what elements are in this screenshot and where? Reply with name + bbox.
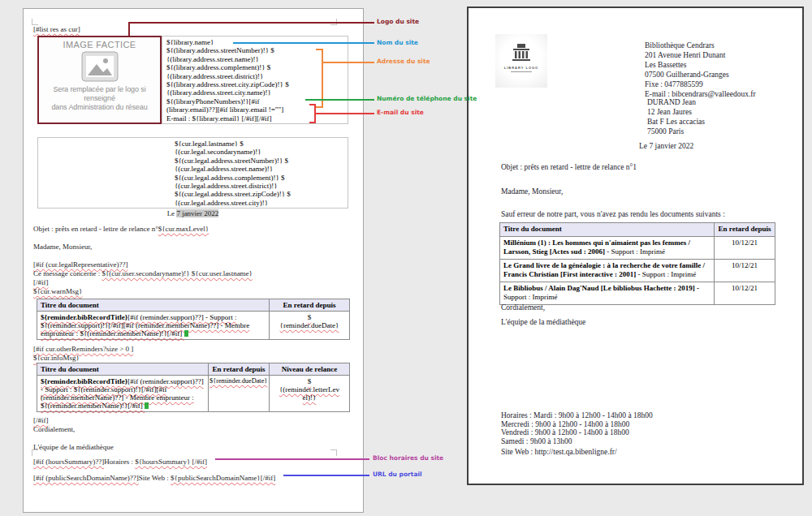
library-address-line: ${(library.address.street.city.zipCode)!…	[166, 80, 348, 88]
closing: Cordialement,	[33, 425, 75, 433]
record-title: Le Bibliobus / Alain Dag'Naud [Le biblio…	[503, 284, 699, 292]
email-annotation-bracket	[309, 104, 316, 105]
record-support: - Support : Imprimé	[605, 247, 665, 256]
image-placeholder-icon	[81, 51, 119, 82]
table-row: Le Bibliobus / Alain Dag'Naud [Le biblio…	[500, 282, 775, 304]
recipient-variables-block: ${cur.legal.lastname} $ {(cur.legal.seco…	[37, 137, 348, 209]
reminders-table: Titre du document En retard depuis Millé…	[499, 222, 775, 305]
url-annotation-label: URL du portail	[373, 471, 422, 478]
email-annotation-label: E-mail du site	[377, 109, 424, 116]
end-if: [/#if]	[33, 416, 49, 424]
info-message-variable: ${cur.infoMsg}	[33, 354, 80, 362]
address-annotation-bracket	[316, 49, 323, 50]
library-email-line: E-mail : ${library.email} [/#if][/#if]	[166, 114, 348, 123]
legal-line: ${(cur.legal.address.streetNumber)!} $	[175, 157, 348, 165]
table-row: Le Grand livre de la généalogie : à la r…	[500, 259, 775, 282]
text-cursor-mark	[145, 402, 149, 409]
site-web-template-line: [#if (publicSearchDomainName)??]Site Web…	[33, 474, 275, 482]
placeholder-title: IMAGE FACTICE	[39, 40, 160, 49]
recipient-address-line: Bat F Les accacias	[647, 117, 705, 127]
logo-divider	[511, 71, 532, 72]
hours-line: Mercredi : 9h00 à 12h00 - 14h00 à 18h00	[501, 420, 653, 429]
margin-mark	[330, 449, 337, 456]
team-signature: L'équipe de la médiathèque	[501, 318, 585, 326]
hours-block: Horaires : Mardi : 9h00 à 12h00 - 14h00 …	[501, 411, 653, 445]
team-signature: L'équipe de la médiathèque	[33, 443, 114, 451]
record-support: - Support : Imprimé	[636, 270, 696, 278]
placeholder-caption-line2: dans Administration du réseau	[39, 103, 160, 112]
column-header-due: En retard depuis	[270, 299, 350, 312]
table-header-row: Titre du document En retard depuis	[37, 299, 350, 312]
date-line: Le 7 janvier 2022	[37, 209, 348, 217]
phone-annotation-line	[305, 99, 374, 101]
due-date-variable: {reminder.dueDate}	[273, 321, 346, 329]
table-row: ${reminder.bibRecordTitle}[#if (reminder…	[37, 376, 350, 412]
hours-line: Horaires : Mardi : 9h00 à 12h00 - 14h00 …	[501, 411, 653, 420]
due-date: 10/12/21	[715, 259, 775, 282]
salutation: Madame, Monsieur,	[33, 243, 92, 251]
due-date-variable: $	[273, 313, 346, 321]
subject-line: Objet : prêts en retard - lettre de rela…	[501, 163, 637, 171]
table-row: Millénium (1) : Les hommes qui n'aimaien…	[500, 236, 775, 259]
legal-line: ${cur.legal.lastname} $	[175, 140, 348, 148]
rendered-letter-page: LIBRARY LOGO Bibliothèque Cendrars 201 A…	[467, 6, 804, 485]
date-line: Le 7 janvier 2022	[639, 142, 693, 150]
library-address-line: ${(library.address.streetNumber)!} $	[166, 46, 348, 54]
library-address-line: {(library.address.street.name)!}	[166, 55, 348, 63]
table-header-row: Titre du document En retard depuis Nivea…	[37, 363, 350, 376]
library-address-block: Bibliothèque Cendrars 201 Avenue Henri D…	[645, 41, 756, 99]
letter-level-variable: {(reminder.letterLev	[273, 385, 346, 393]
due-date: 10/12/21	[715, 282, 775, 304]
logo-annotation-line	[128, 22, 374, 24]
if-other-reminders: [#if cur.otherReminders?size > 0 ]	[33, 345, 133, 353]
logo-placeholder-box: IMAGE FACTICE Sera remplacée par le logo…	[37, 36, 162, 124]
address-annotation-bracket	[316, 106, 323, 108]
recipient-address-block: DURAND Jean 12 Jean Jaures Bat F Les acc…	[647, 97, 705, 136]
header-block: IMAGE FACTICE Sera remplacée par le logo…	[37, 36, 348, 124]
url-annotation-line	[283, 475, 369, 476]
email-label: E-mail :	[166, 114, 192, 123]
library-address-line: {(library.address.street.city.name)!}	[166, 88, 348, 97]
legal-line: {(cur.legal.address.street.city)!}	[175, 199, 348, 207]
building-icon	[511, 44, 532, 62]
hours-annotation-label: Bloc horaires du site	[373, 454, 443, 462]
recipient-address-line: 12 Jean Jaures	[647, 107, 705, 117]
column-header-title: Titre du document	[37, 299, 270, 312]
salutation: Madame, Monsieur,	[501, 187, 563, 196]
hours-annotation-line	[215, 458, 369, 460]
logo-annotation-line	[128, 22, 130, 37]
template-page: [#list res as cur] IMAGE FACTICE Sera re…	[23, 8, 364, 513]
name-annotation-label: Nom du site	[377, 39, 418, 46]
library-address-line: Les Bassettes	[645, 60, 756, 70]
email-annotation-line	[316, 113, 374, 114]
library-phone: Fixe : 0477885599	[645, 80, 756, 89]
text-cursor-mark	[184, 330, 188, 337]
logo-annotation-label: Logo du site	[377, 18, 419, 25]
phone-annotation-label: Numéro de téléphone du site	[377, 95, 477, 102]
column-header-level: Niveau de relance	[270, 363, 350, 376]
library-name: Bibliothèque Cendrars	[645, 41, 756, 50]
column-header-title: Titre du document	[500, 223, 715, 237]
reminders-table-template: Titre du document En retard depuis ${rem…	[37, 299, 350, 340]
other-reminders-table-template: Titre du document En retard depuis Nivea…	[37, 363, 350, 412]
record-support: Support : Imprimé	[503, 293, 558, 301]
hours-template-line: [#if (hoursSummary)??]Horaires : ${hours…	[33, 458, 207, 466]
address-annotation-line	[323, 62, 374, 63]
due-date-variable: ${reminder.dueDate}	[209, 376, 270, 412]
intro-line: Sauf erreur de notre part, vous n'avez p…	[501, 210, 725, 218]
end-if: [/#if]	[33, 278, 49, 286]
legal-line: ${(cur.legal.address.street.zipCode)!} $	[175, 190, 348, 198]
legal-line: {(cur.legal.address.street.district)!}	[175, 182, 348, 190]
table-header-row: Titre du document En retard depuis	[500, 223, 775, 237]
documentation-canvas: [#list res as cur] IMAGE FACTICE Sera re…	[0, 0, 812, 516]
letter-level-variable: el)!}	[273, 393, 346, 402]
email-annotation-bracket	[309, 122, 316, 123]
legal-line: {(cur.legal.secondaryname)!}	[175, 148, 348, 156]
site-web-line: Site Web : http://test.qa.bibenligne.fr/	[501, 448, 617, 456]
record-title-variable: ${reminder.bibRecordTitle}	[41, 377, 127, 385]
record-title-variable: ${reminder.bibRecordTitle}	[41, 313, 127, 321]
logo-text: LIBRARY LOGO	[495, 66, 547, 70]
date-field: 7 janvier 2022	[176, 209, 218, 217]
legal-line: {(cur.legal.address.street.name)!}	[175, 165, 348, 173]
margin-mark	[32, 19, 38, 25]
